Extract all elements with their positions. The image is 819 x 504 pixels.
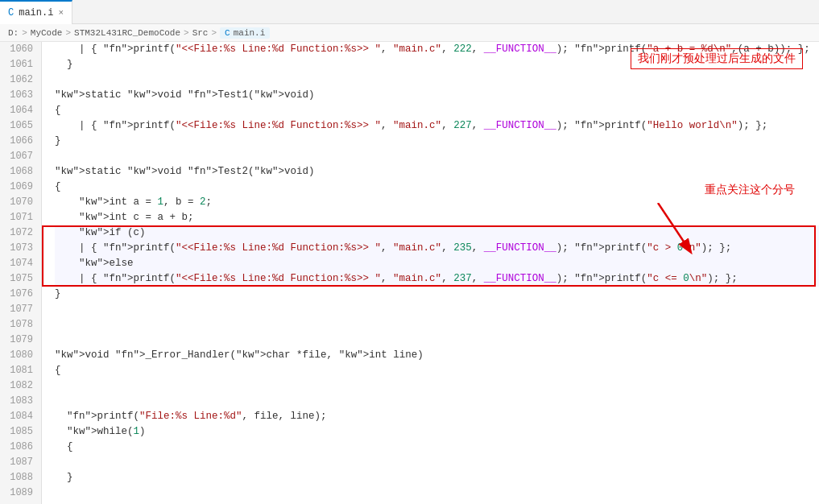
line-number: 1065	[0, 118, 41, 134]
code-line: | { "fn">printf("<<File:%s Line:%d Funct…	[55, 118, 819, 134]
code-line	[55, 485, 819, 501]
line-number: 1083	[0, 394, 41, 409]
line-number: 1072	[0, 225, 41, 241]
line-number: 1060	[0, 42, 41, 57]
annotation-bottom: 重点关注这个分号	[705, 183, 795, 197]
line-number: 1074	[0, 256, 41, 271]
tab-close-button[interactable]: ×	[58, 8, 64, 18]
main-tab[interactable]: C main.i ×	[0, 0, 72, 24]
line-number: 1066	[0, 134, 41, 149]
line-number: 1087	[0, 455, 41, 470]
line-number: 1089	[0, 485, 41, 501]
code-line: "kw">static "kw">void "fn">Test1("kw">vo…	[55, 88, 819, 103]
tab-c-icon: C	[8, 7, 14, 19]
code-line: }	[55, 287, 819, 302]
line-number: 1061	[0, 57, 41, 72]
breadcrumb-src: Src	[192, 28, 209, 38]
line-number: 1071	[0, 210, 41, 225]
line-number: 1080	[0, 348, 41, 363]
breadcrumb-sep4: >	[211, 28, 217, 38]
line-number: 1086	[0, 440, 41, 455]
code-line: "kw">static "kw">void "fn">Test2("kw">vo…	[55, 164, 819, 180]
breadcrumb-file: C main.i	[220, 27, 270, 39]
line-number: 1084	[0, 409, 41, 424]
line-number: 1076	[0, 287, 41, 302]
code-line	[55, 394, 819, 409]
code-line	[55, 333, 819, 348]
line-number: 1073	[0, 241, 41, 256]
line-number: 1062	[0, 72, 41, 88]
code-line: "kw">while(1)	[55, 424, 819, 440]
breadcrumb-sep2: >	[65, 28, 71, 38]
line-number: 1077	[0, 302, 41, 317]
code-line: {	[55, 440, 819, 455]
code-container: 1060106110621063106410651066106710681069…	[0, 42, 819, 504]
code-line: {	[55, 103, 819, 118]
code-line	[55, 72, 819, 88]
code-line: }	[55, 470, 819, 485]
code-line	[55, 317, 819, 333]
tab-bar: C main.i ×	[0, 0, 819, 24]
annotation-top: 我们刚才预处理过后生成的文件	[631, 48, 803, 69]
line-number: 1078	[0, 317, 41, 333]
breadcrumb-stm: STM32L431RC_DemoCode	[74, 28, 180, 38]
line-number: 1079	[0, 333, 41, 348]
breadcrumb-sep1: >	[22, 28, 27, 38]
breadcrumb: D: > MyCode > STM32L431RC_DemoCode > Src…	[0, 24, 819, 42]
breadcrumb-file-icon: C	[225, 28, 230, 38]
code-line: }	[55, 134, 819, 149]
svg-line-1	[658, 203, 690, 251]
breadcrumb-file-label: main.i	[234, 28, 266, 38]
code-line	[55, 302, 819, 317]
code-line: | { "fn">printf("<<File:%s Line:%d Funct…	[55, 271, 819, 287]
line-number: 1069	[0, 180, 41, 195]
line-number: 1081	[0, 363, 41, 378]
code-line: "fn">printf("File:%s Line:%d", file, lin…	[55, 409, 819, 424]
breadcrumb-sep3: >	[184, 28, 189, 38]
line-number: 1082	[0, 378, 41, 394]
tab-label: main.i	[19, 7, 53, 19]
breadcrumb-mycode: MyCode	[31, 28, 63, 38]
code-line: "kw">void "fn">_Error_Handler("kw">char …	[55, 348, 819, 363]
line-number: 1075	[0, 271, 41, 287]
line-number: 1085	[0, 424, 41, 440]
line-number: 1088	[0, 470, 41, 485]
line-number: 1063	[0, 88, 41, 103]
code-line	[55, 455, 819, 470]
line-number: 1064	[0, 103, 41, 118]
annotation-arrow	[650, 203, 714, 267]
line-number: 1067	[0, 149, 41, 164]
code-editor[interactable]: 我们刚才预处理过后生成的文件 重点关注这个分号 | { "fn">printf(…	[42, 42, 819, 504]
breadcrumb-d: D:	[8, 28, 19, 38]
line-number: 1070	[0, 195, 41, 210]
code-line	[55, 378, 819, 394]
code-line	[55, 149, 819, 164]
line-number: 1068	[0, 164, 41, 180]
code-line: {	[55, 363, 819, 378]
line-numbers: 1060106110621063106410651066106710681069…	[0, 42, 42, 504]
